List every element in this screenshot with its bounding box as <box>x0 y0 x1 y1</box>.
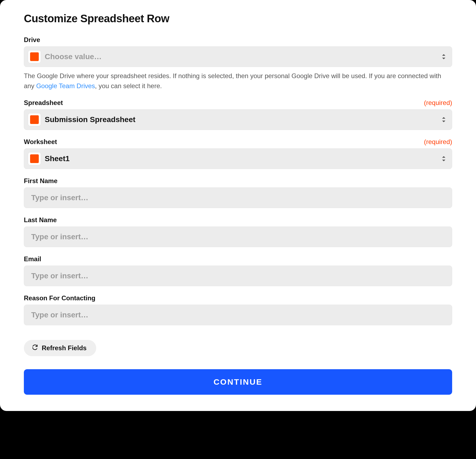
sheets-icon <box>28 113 41 126</box>
drive-select-placeholder: Choose value… <box>45 52 102 61</box>
drive-help-text: The Google Drive where your spreadsheet … <box>24 71 452 91</box>
worksheet-select-value: Sheet1 <box>45 154 70 163</box>
chevron-up-down-icon <box>442 117 446 123</box>
reason-input-wrapper <box>24 305 452 325</box>
spreadsheet-select[interactable]: Submission Spreadsheet <box>24 109 452 130</box>
spreadsheet-label: Spreadsheet <box>24 99 63 107</box>
worksheet-field: Worksheet (required) Sheet1 <box>24 138 452 169</box>
first-name-label: First Name <box>24 177 57 185</box>
refresh-fields-button[interactable]: Refresh Fields <box>24 340 96 356</box>
worksheet-required: (required) <box>424 138 452 146</box>
sheets-icon <box>28 152 41 165</box>
email-field: Email <box>24 255 452 286</box>
refresh-icon <box>32 344 38 352</box>
chevron-up-down-icon <box>442 156 446 162</box>
google-team-drives-link[interactable]: Google Team Drives <box>36 82 95 90</box>
drive-label: Drive <box>24 36 40 44</box>
worksheet-select[interactable]: Sheet1 <box>24 148 452 169</box>
email-input-wrapper <box>24 266 452 286</box>
email-input[interactable] <box>29 272 447 280</box>
first-name-field: First Name <box>24 177 452 208</box>
email-label: Email <box>24 255 41 263</box>
refresh-fields-label: Refresh Fields <box>42 344 86 352</box>
spreadsheet-select-value: Submission Spreadsheet <box>45 115 136 124</box>
page-title: Customize Spreadsheet Row <box>24 12 452 25</box>
spreadsheet-field: Spreadsheet (required) Submission Spread… <box>24 99 452 130</box>
first-name-input[interactable] <box>29 193 447 202</box>
sheets-icon <box>28 50 41 63</box>
spreadsheet-required: (required) <box>424 99 452 107</box>
chevron-up-down-icon <box>442 54 446 60</box>
last-name-field: Last Name <box>24 216 452 247</box>
drive-select[interactable]: Choose value… <box>24 46 452 67</box>
last-name-label: Last Name <box>24 216 57 224</box>
reason-label: Reason For Contacting <box>24 294 95 302</box>
reason-field: Reason For Contacting <box>24 294 452 325</box>
first-name-input-wrapper <box>24 187 452 208</box>
last-name-input-wrapper <box>24 227 452 247</box>
drive-field: Drive Choose value… The Google Drive whe… <box>24 36 452 91</box>
last-name-input[interactable] <box>29 232 447 241</box>
reason-input[interactable] <box>29 311 447 319</box>
worksheet-label: Worksheet <box>24 138 57 146</box>
continue-button[interactable]: CONTINUE <box>24 369 452 395</box>
customize-spreadsheet-row-panel: Customize Spreadsheet Row Drive Choose v… <box>0 0 476 411</box>
